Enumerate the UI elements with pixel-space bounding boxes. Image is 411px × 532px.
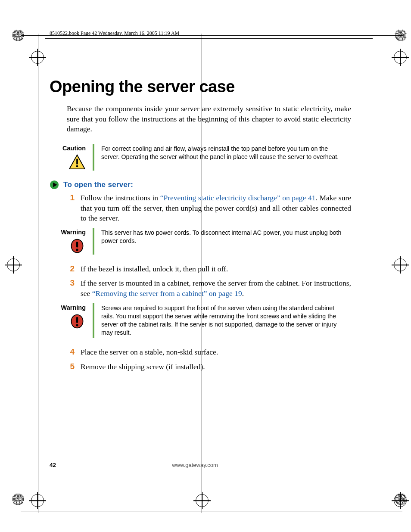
warning-body: Screws are required to support the front… xyxy=(101,304,351,337)
caution-callout: Caution For correct cooling and air flow… xyxy=(93,144,351,171)
svg-rect-5 xyxy=(76,242,78,248)
step-number: 1 xyxy=(67,193,75,224)
step-number: 4 xyxy=(67,347,75,358)
xref-link[interactable]: “Removing the server from a cabinet” on … xyxy=(92,289,242,298)
warning-label: Warning xyxy=(52,229,86,236)
book-header: 8510522.book Page 42 Wednesday, March 16… xyxy=(45,30,373,39)
xref-link[interactable]: “Preventing static electricity discharge… xyxy=(160,193,316,202)
crop-line xyxy=(38,34,38,513)
caution-body: For correct cooling and air flow, always… xyxy=(101,145,351,161)
warning-label: Warning xyxy=(52,304,86,311)
step-text: Place the server on a stable, non-skid s… xyxy=(81,347,351,358)
step-1: 1 Follow the instructions in “Preventing… xyxy=(67,193,351,224)
page-title: Opening the server case xyxy=(50,78,368,96)
registration-mark xyxy=(31,51,44,64)
registration-mark xyxy=(394,494,407,507)
registration-mark xyxy=(7,258,20,271)
registration-mark xyxy=(196,494,209,507)
caution-label: Caution xyxy=(52,145,86,152)
step-4: 4 Place the server on a stable, non-skid… xyxy=(67,347,351,358)
warning-icon xyxy=(68,314,86,329)
caution-icon xyxy=(68,154,86,170)
step-5: 5 Remove the shipping screw (if installe… xyxy=(67,362,351,372)
step-number: 2 xyxy=(67,264,75,274)
warning-body: This server has two power cords. To disc… xyxy=(101,229,351,245)
svg-rect-1 xyxy=(76,159,78,165)
step-text: . xyxy=(242,289,244,298)
crop-mark xyxy=(12,493,24,505)
warning-callout: Warning This server has two power cords.… xyxy=(93,228,351,255)
step-text: Follow the instructions in xyxy=(81,193,160,202)
step-text: If the bezel is installed, unlock it, th… xyxy=(81,264,351,274)
step-3: 3 If the server is mounted in a cabinet,… xyxy=(67,278,351,299)
registration-mark xyxy=(394,51,407,64)
crop-line xyxy=(21,511,402,511)
step-2: 2 If the bezel is installed, unlock it, … xyxy=(67,264,351,274)
step-text: Remove the shipping screw (if installed)… xyxy=(81,362,351,372)
svg-point-6 xyxy=(76,249,78,251)
step-number: 3 xyxy=(67,278,75,299)
footer-url: www.gateway.com xyxy=(172,462,218,468)
registration-mark xyxy=(394,258,407,271)
svg-rect-7 xyxy=(76,317,78,323)
warning-icon xyxy=(68,238,86,254)
svg-point-2 xyxy=(76,165,78,167)
warning-callout: Warning Screws are required to support t… xyxy=(93,303,351,338)
play-arrow-icon xyxy=(50,180,59,190)
registration-mark xyxy=(31,494,44,507)
intro-paragraph: Because the components inside your serve… xyxy=(67,104,351,134)
page-number: 42 xyxy=(50,462,56,468)
procedure-title: To open the server: xyxy=(63,180,133,189)
svg-point-8 xyxy=(76,324,78,326)
step-number: 5 xyxy=(67,362,75,372)
